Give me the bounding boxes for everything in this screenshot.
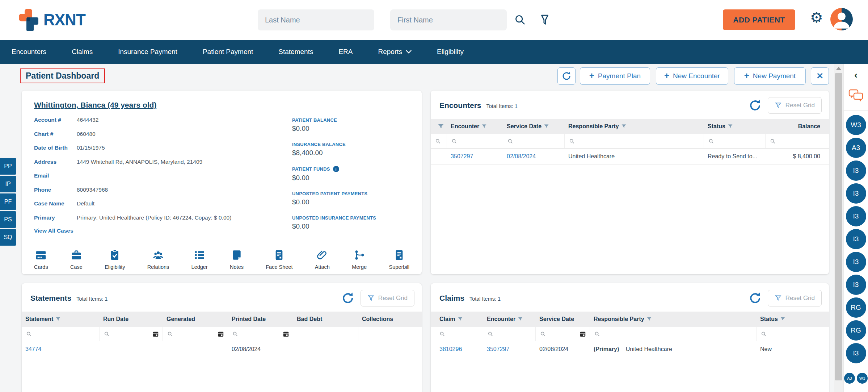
nav-patient-payment[interactable]: Patient Payment xyxy=(203,48,253,56)
filter-icon[interactable] xyxy=(56,317,60,321)
search-cell[interactable] xyxy=(704,134,766,148)
quick-action-merge[interactable]: Merge xyxy=(352,249,367,270)
column-header-encounter[interactable]: Encounter xyxy=(447,123,503,130)
filter-icon[interactable] xyxy=(647,317,652,321)
notification-badge-small[interactable]: W3 xyxy=(857,373,868,384)
calendar-icon[interactable] xyxy=(283,331,289,337)
search-cell[interactable] xyxy=(431,134,447,148)
patient-name-link[interactable]: Whittington, Bianca (49 years old) xyxy=(34,101,156,109)
column-header-statement[interactable]: Statement xyxy=(22,316,100,322)
search-cell[interactable] xyxy=(766,134,829,148)
nav-insurance-payment[interactable]: Insurance Payment xyxy=(118,48,177,56)
close-dashboard-button[interactable]: ✕ xyxy=(811,67,829,85)
calendar-icon[interactable] xyxy=(152,331,159,337)
refresh-icon[interactable] xyxy=(749,292,761,304)
notification-badge[interactable]: I3 xyxy=(846,206,866,226)
vertical-scrollbar[interactable] xyxy=(834,64,843,392)
calendar-icon[interactable] xyxy=(218,331,224,337)
filter-row-toggle-icon[interactable] xyxy=(431,124,447,129)
search-cell[interactable] xyxy=(431,327,483,341)
refresh-icon[interactable] xyxy=(749,99,761,112)
search-icon[interactable] xyxy=(167,331,173,337)
new-encounter-button[interactable]: + New Encounter xyxy=(656,67,728,85)
search-cell[interactable] xyxy=(536,327,590,341)
column-header-service-date[interactable]: Service Date xyxy=(503,123,565,130)
column-header-service-date[interactable]: Service Date xyxy=(536,316,590,322)
quick-action-attach[interactable]: Attach xyxy=(315,249,330,270)
search-icon[interactable] xyxy=(232,331,238,337)
column-header-generated[interactable]: Generated xyxy=(163,316,228,322)
add-patient-button[interactable]: ADD PATIENT xyxy=(723,9,795,30)
search-cell[interactable] xyxy=(757,327,829,341)
notification-badge-small[interactable]: A3 xyxy=(844,373,855,384)
scroll-up-arrow[interactable] xyxy=(836,67,841,70)
search-icon[interactable] xyxy=(708,138,714,144)
column-header-collections[interactable]: Collections xyxy=(358,316,422,322)
nav-encounters[interactable]: Encounters xyxy=(12,48,46,56)
refresh-page-button[interactable] xyxy=(557,67,576,85)
side-tab-ps[interactable]: PS xyxy=(0,211,16,228)
search-cell[interactable] xyxy=(228,327,293,341)
nav-claims[interactable]: Claims xyxy=(72,48,93,56)
search-icon[interactable] xyxy=(104,331,110,337)
reset-grid-button[interactable]: Reset Grid xyxy=(361,290,414,306)
search-icon[interactable] xyxy=(488,331,493,337)
encounter-link[interactable]: 3507297 xyxy=(487,346,509,353)
search-icon[interactable] xyxy=(761,331,767,337)
filter-icon[interactable] xyxy=(544,124,549,129)
notification-badge[interactable]: RG xyxy=(846,320,866,341)
payment-plan-button[interactable]: + Payment Plan xyxy=(580,67,650,85)
view-all-cases-link[interactable]: View All Cases xyxy=(34,228,73,234)
nav-statements[interactable]: Statements xyxy=(278,48,313,56)
statement-link[interactable]: 34774 xyxy=(25,346,42,353)
quick-action-eligibility[interactable]: Eligibility xyxy=(105,249,125,270)
search-cell[interactable] xyxy=(100,327,163,341)
encounter-link[interactable]: 3507297 xyxy=(451,153,473,160)
first-name-input[interactable] xyxy=(390,9,507,30)
quick-action-superbill[interactable]: Superbill xyxy=(389,249,409,270)
side-tab-pf[interactable]: PF xyxy=(0,193,16,210)
quick-action-notes[interactable]: Notes xyxy=(230,249,244,270)
quick-action-ledger[interactable]: Ledger xyxy=(191,249,208,270)
column-header-encounter[interactable]: Encounter xyxy=(483,316,536,322)
notification-badge[interactable]: W3 xyxy=(846,115,866,135)
notification-badge[interactable]: A3 xyxy=(846,138,866,158)
quick-action-cards[interactable]: Cards xyxy=(34,249,48,270)
search-cell[interactable] xyxy=(22,327,100,341)
column-header-status[interactable]: Status xyxy=(704,123,766,130)
avatar[interactable] xyxy=(830,8,853,30)
last-name-input[interactable] xyxy=(258,9,374,30)
nav-reports[interactable]: Reports xyxy=(378,48,412,56)
calendar-icon[interactable] xyxy=(580,331,586,337)
chat-icon[interactable] xyxy=(848,89,864,102)
column-header-responsible-party[interactable]: Responsible Party xyxy=(565,123,704,130)
filter-icon[interactable] xyxy=(780,317,785,321)
reset-grid-button[interactable]: Reset Grid xyxy=(768,97,822,114)
collapse-panel-icon[interactable]: ‹ xyxy=(854,70,858,80)
quick-action-case[interactable]: Case xyxy=(70,249,83,270)
side-tab-ip[interactable]: IP xyxy=(0,176,16,192)
side-tab-sq[interactable]: SQ xyxy=(0,229,16,246)
search-icon[interactable] xyxy=(26,331,32,337)
column-header-responsible-party[interactable]: Responsible Party xyxy=(590,316,757,322)
column-header-bad-debt[interactable]: Bad Debt xyxy=(293,316,358,322)
service-date-link[interactable]: 02/08/2024 xyxy=(507,153,536,160)
new-payment-button[interactable]: + New Payment xyxy=(734,67,806,85)
quick-action-relations[interactable]: Relations xyxy=(147,249,169,270)
notification-badge[interactable]: RG xyxy=(846,297,866,318)
reset-grid-button[interactable]: Reset Grid xyxy=(768,290,822,306)
column-header-status[interactable]: Status xyxy=(757,316,829,322)
column-header-claim[interactable]: Claim xyxy=(431,316,483,322)
side-tab-pp[interactable]: PP xyxy=(0,158,16,175)
refresh-icon[interactable] xyxy=(342,292,354,304)
info-icon[interactable]: i xyxy=(333,166,339,172)
notification-badge[interactable]: I3 xyxy=(846,183,866,204)
search-cell[interactable] xyxy=(163,327,228,341)
notification-badge[interactable]: I3 xyxy=(846,275,866,295)
search-cell[interactable] xyxy=(503,134,565,148)
search-icon[interactable] xyxy=(507,138,513,144)
claim-link[interactable]: 3810296 xyxy=(439,346,462,353)
notification-badge[interactable]: I3 xyxy=(846,343,866,363)
gear-icon[interactable]: ⚙ xyxy=(810,10,823,25)
column-header-run-date[interactable]: Run Date xyxy=(100,316,163,322)
